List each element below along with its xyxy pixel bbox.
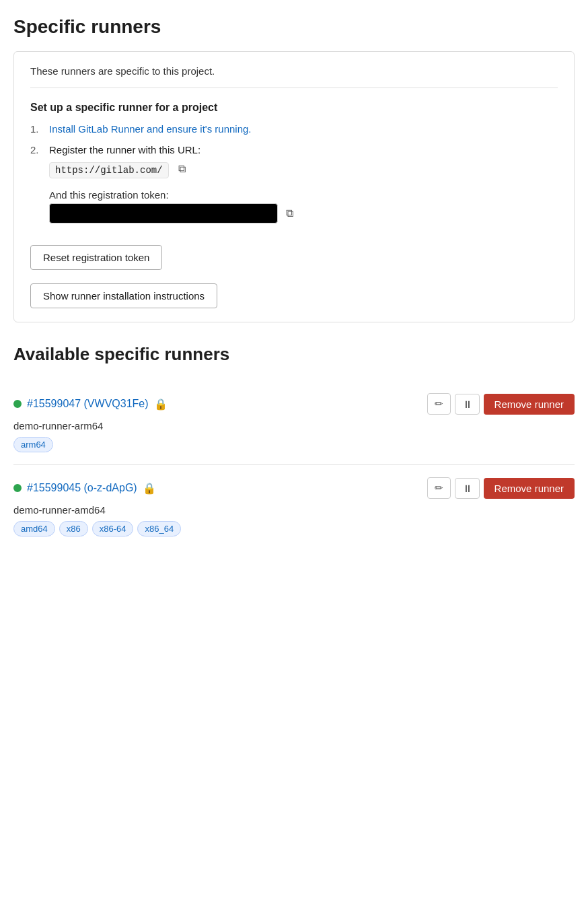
- copy-url-button[interactable]: ⧉: [174, 162, 190, 176]
- card-divider: [30, 88, 558, 88]
- runner-name: demo-runner-amd64: [13, 504, 575, 516]
- remove-runner-button[interactable]: Remove runner: [484, 394, 575, 415]
- runner-link[interactable]: #15599047 (VWVQ31Fe): [27, 398, 149, 410]
- tag: x86-64: [92, 521, 134, 536]
- runner-item: #15599045 (o-z-dApG) 🔒 ✏ ⏸ Remove runner…: [13, 465, 575, 549]
- step-1-number: 1.: [30, 123, 49, 135]
- pause-runner-button[interactable]: ⏸: [455, 394, 480, 415]
- copy-token-button[interactable]: ⧉: [282, 206, 297, 221]
- runner-item: #15599047 (VWVQ31Fe) 🔒 ✏ ⏸ Remove runner…: [13, 381, 575, 465]
- token-row: ⧉: [49, 203, 558, 223]
- edit-runner-button[interactable]: ✏: [427, 393, 451, 415]
- available-runners-title: Available specific runners: [13, 344, 575, 365]
- step-2-content: Register the runner with this URL: https…: [49, 144, 558, 223]
- runner-left: #15599045 (o-z-dApG) 🔒: [13, 482, 156, 495]
- tag: arm64: [13, 437, 53, 452]
- step-2-label: Register the runner with this URL:: [49, 144, 200, 155]
- gitlab-url: https://gitlab.com/: [49, 162, 169, 178]
- setup-steps: 1. Install GitLab Runner and ensure it's…: [30, 123, 558, 223]
- token-input[interactable]: [49, 203, 278, 223]
- lock-icon: 🔒: [154, 398, 168, 411]
- edit-runner-button[interactable]: ✏: [427, 477, 451, 499]
- setup-title: Set up a specific runner for a project: [30, 102, 558, 114]
- card-intro-text: These runners are specific to this proje…: [30, 65, 558, 77]
- remove-runner-button[interactable]: Remove runner: [484, 478, 575, 499]
- runner-actions: ✏ ⏸ Remove runner: [427, 477, 575, 499]
- runner-actions: ✏ ⏸ Remove runner: [427, 393, 575, 415]
- tag: amd64: [13, 521, 55, 536]
- token-label: And this registration token:: [49, 189, 558, 201]
- pause-runner-button[interactable]: ⏸: [455, 478, 480, 499]
- show-instructions-button[interactable]: Show runner installation instructions: [30, 283, 217, 308]
- runner-status-dot: [13, 484, 22, 492]
- runner-link[interactable]: #15599045 (o-z-dApG): [27, 482, 137, 494]
- reset-token-button[interactable]: Reset registration token: [30, 245, 162, 270]
- step-2-number: 2.: [30, 144, 49, 155]
- install-runner-link[interactable]: Install GitLab Runner and ensure it's ru…: [49, 123, 252, 135]
- runner-left: #15599047 (VWVQ31Fe) 🔒: [13, 398, 168, 411]
- runner-header: #15599047 (VWVQ31Fe) 🔒 ✏ ⏸ Remove runner: [13, 393, 575, 415]
- runner-header: #15599045 (o-z-dApG) 🔒 ✏ ⏸ Remove runner: [13, 477, 575, 499]
- step-1: 1. Install GitLab Runner and ensure it's…: [30, 123, 558, 135]
- runner-tags: amd64 x86 x86-64 x86_64: [13, 521, 575, 536]
- lock-icon: 🔒: [143, 482, 156, 495]
- runner-tags: arm64: [13, 437, 575, 452]
- tag: x86: [59, 521, 88, 536]
- step-1-content: Install GitLab Runner and ensure it's ru…: [49, 123, 558, 135]
- page-title: Specific runners: [13, 16, 575, 38]
- runner-name: demo-runner-arm64: [13, 420, 575, 431]
- runner-status-dot: [13, 400, 22, 408]
- runners-list: #15599047 (VWVQ31Fe) 🔒 ✏ ⏸ Remove runner…: [13, 381, 575, 549]
- tag: x86_64: [137, 521, 181, 536]
- step-2: 2. Register the runner with this URL: ht…: [30, 144, 558, 223]
- specific-runners-card: These runners are specific to this proje…: [13, 51, 575, 322]
